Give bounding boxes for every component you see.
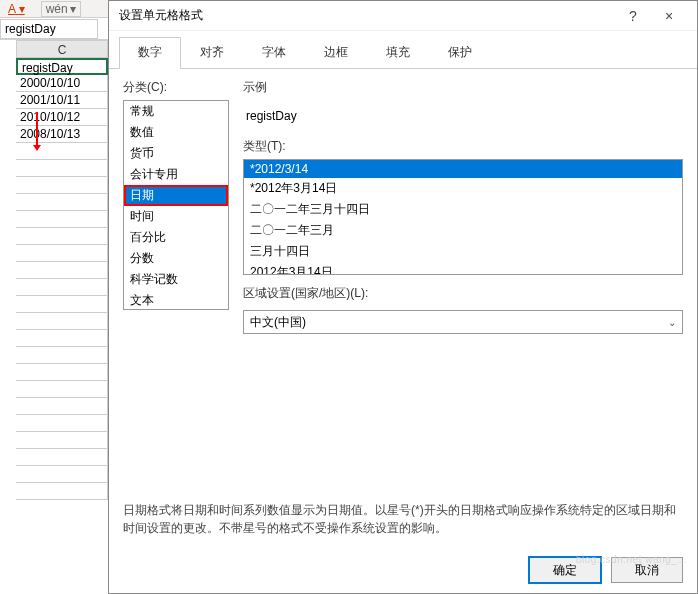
cell[interactable] bbox=[16, 415, 108, 432]
type-item[interactable]: *2012年3月14日 bbox=[244, 178, 682, 199]
type-item[interactable]: 2012年3月14日 bbox=[244, 262, 682, 275]
cell[interactable] bbox=[16, 160, 108, 177]
type-listbox[interactable]: *2012/3/14 *2012年3月14日 二〇一二年三月十四日 二〇一二年三… bbox=[243, 159, 683, 275]
watermark: blog.csdn.net wang_... bbox=[576, 554, 687, 565]
chevron-down-icon: ⌄ bbox=[668, 317, 676, 328]
type-item[interactable]: 三月十四日 bbox=[244, 241, 682, 262]
category-item[interactable]: 时间 bbox=[124, 206, 228, 227]
dialog-body: 分类(C): 常规 数值 货币 会计专用 日期 时间 百分比 分数 科学记数 文… bbox=[109, 69, 697, 495]
category-item[interactable]: 科学记数 bbox=[124, 269, 228, 290]
cell[interactable] bbox=[16, 466, 108, 483]
cell[interactable]: registDay bbox=[16, 58, 108, 75]
category-item[interactable]: 常规 bbox=[124, 101, 228, 122]
cell[interactable] bbox=[16, 228, 108, 245]
tab-font[interactable]: 字体 bbox=[243, 37, 305, 68]
locale-value: 中文(中国) bbox=[250, 314, 306, 331]
type-item[interactable]: *2012/3/14 bbox=[244, 160, 682, 178]
category-item[interactable]: 分数 bbox=[124, 248, 228, 269]
category-item[interactable]: 会计专用 bbox=[124, 164, 228, 185]
font-color-button[interactable]: A ▾ bbox=[8, 2, 25, 16]
tab-protection[interactable]: 保护 bbox=[429, 37, 491, 68]
type-item[interactable]: 二〇一二年三月 bbox=[244, 220, 682, 241]
category-item-date[interactable]: 日期 bbox=[124, 185, 228, 206]
cell[interactable]: 2001/10/11 bbox=[16, 92, 108, 109]
cell[interactable] bbox=[16, 143, 108, 160]
worksheet: C registDay 2000/10/10 2001/10/11 2010/1… bbox=[0, 40, 108, 594]
phonetic-guide-button[interactable]: wén ▾ bbox=[41, 1, 82, 17]
close-button[interactable]: × bbox=[651, 2, 687, 30]
tab-fill[interactable]: 填充 bbox=[367, 37, 429, 68]
column-header[interactable]: C bbox=[16, 40, 108, 58]
locale-select[interactable]: 中文(中国) ⌄ bbox=[243, 310, 683, 334]
cell[interactable] bbox=[16, 245, 108, 262]
locale-label: 区域设置(国家/地区)(L): bbox=[243, 285, 683, 302]
type-item[interactable]: 二〇一二年三月十四日 bbox=[244, 199, 682, 220]
tab-alignment[interactable]: 对齐 bbox=[181, 37, 243, 68]
cell[interactable]: 2000/10/10 bbox=[16, 75, 108, 92]
dialog-title: 设置单元格格式 bbox=[119, 7, 615, 24]
cell[interactable] bbox=[16, 330, 108, 347]
type-label: 类型(T): bbox=[243, 138, 683, 155]
dialog-tabs: 数字 对齐 字体 边框 填充 保护 bbox=[109, 31, 697, 69]
name-box[interactable]: registDay bbox=[0, 19, 98, 39]
cell[interactable] bbox=[16, 211, 108, 228]
cell[interactable] bbox=[16, 262, 108, 279]
cell[interactable] bbox=[16, 347, 108, 364]
cell[interactable] bbox=[16, 381, 108, 398]
help-button[interactable]: ? bbox=[615, 2, 651, 30]
sample-box: registDay bbox=[243, 100, 683, 138]
sample-value: registDay bbox=[246, 105, 680, 127]
cell[interactable]: 2008/10/13 bbox=[16, 126, 108, 143]
cell[interactable] bbox=[16, 177, 108, 194]
category-label: 分类(C): bbox=[123, 79, 229, 96]
cell[interactable] bbox=[16, 449, 108, 466]
sample-label: 示例 bbox=[243, 79, 683, 96]
cell[interactable] bbox=[16, 279, 108, 296]
category-item[interactable]: 货币 bbox=[124, 143, 228, 164]
cell[interactable] bbox=[16, 432, 108, 449]
cell[interactable]: 2010/10/12 bbox=[16, 109, 108, 126]
cell[interactable] bbox=[16, 194, 108, 211]
annotation-arrow bbox=[36, 112, 38, 146]
format-cells-dialog: 设置单元格格式 ? × 数字 对齐 字体 边框 填充 保护 分类(C): 常规 … bbox=[108, 0, 698, 594]
cell[interactable] bbox=[16, 296, 108, 313]
format-description: 日期格式将日期和时间系列数值显示为日期值。以星号(*)开头的日期格式响应操作系统… bbox=[109, 495, 697, 547]
cell[interactable] bbox=[16, 364, 108, 381]
cell[interactable] bbox=[16, 398, 108, 415]
tab-border[interactable]: 边框 bbox=[305, 37, 367, 68]
cell[interactable] bbox=[16, 313, 108, 330]
dialog-titlebar: 设置单元格格式 ? × bbox=[109, 1, 697, 31]
category-listbox[interactable]: 常规 数值 货币 会计专用 日期 时间 百分比 分数 科学记数 文本 特殊 自定… bbox=[123, 100, 229, 310]
category-item[interactable]: 数值 bbox=[124, 122, 228, 143]
cell[interactable] bbox=[16, 483, 108, 500]
tab-number[interactable]: 数字 bbox=[119, 37, 181, 69]
category-item[interactable]: 文本 bbox=[124, 290, 228, 310]
category-item[interactable]: 百分比 bbox=[124, 227, 228, 248]
